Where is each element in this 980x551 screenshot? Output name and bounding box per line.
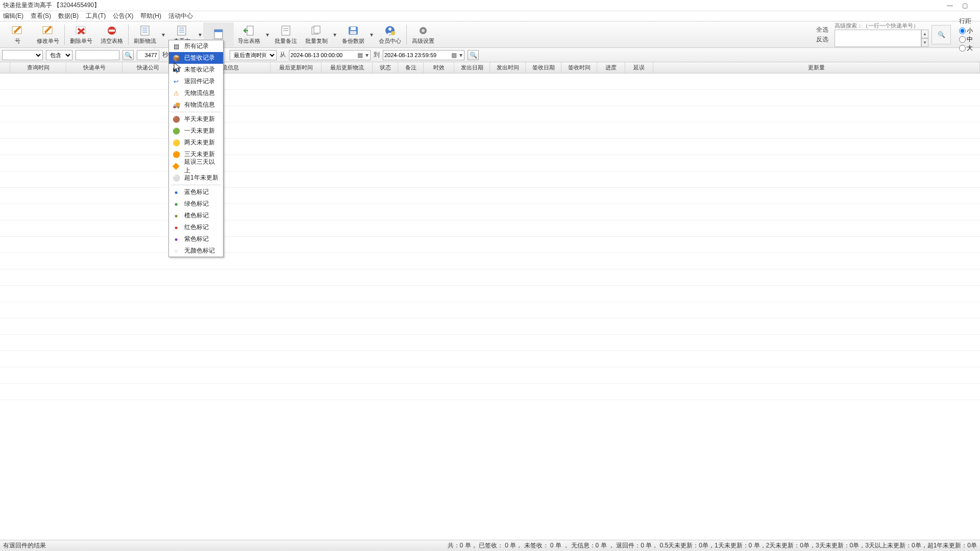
export-dropdown[interactable]: ▾ — [264, 22, 271, 47]
menu-notice[interactable]: 公告(X) — [113, 12, 133, 20]
menu-unsigned-records[interactable]: 📭未签收记录 — [169, 64, 223, 73]
timefield-select[interactable]: 最后查询时间 — [230, 50, 277, 60]
batch-remark-button[interactable]: 批量备注 — [271, 22, 301, 47]
calendar-icon[interactable]: ▦ — [450, 52, 458, 59]
window-controls: — ▢ — [947, 2, 977, 9]
svg-point-26 — [391, 31, 395, 35]
col-senddate[interactable]: 发出日期 — [454, 62, 490, 73]
col-tracking[interactable]: 快递单号 — [66, 62, 122, 73]
batch-copy-button[interactable]: 批量复制 — [301, 22, 332, 47]
filter-text[interactable] — [76, 50, 119, 60]
rowheight-small[interactable]: 小 — [959, 27, 973, 35]
filter-dropdown-menu: ▤所有记录 📦已签收记录 📭未签收记录 ↩退回件记录 ⚠无物流信息 🚚有物流信息… — [168, 40, 224, 73]
to-date-input[interactable] — [383, 51, 450, 60]
document-icon — [138, 24, 152, 37]
member-button[interactable]: 会员中心 — [375, 22, 405, 47]
refresh-button[interactable]: 刷新物流 — [130, 22, 160, 47]
search-icon: 🔍 — [125, 52, 132, 59]
maximize-button[interactable]: ▢ — [962, 2, 968, 9]
col-delay[interactable]: 延误 — [625, 62, 653, 73]
edit-icon — [41, 24, 55, 37]
gear-icon — [416, 24, 430, 37]
col-querytime[interactable]: 查询时间 — [10, 62, 66, 73]
col-company[interactable]: 快递公司 — [122, 62, 174, 73]
adv-search-input[interactable] — [835, 30, 921, 47]
invert-select-link[interactable]: 反选 — [816, 35, 828, 44]
svg-rect-22 — [351, 27, 356, 30]
adv-search-spinner[interactable]: ▲▼ — [921, 30, 928, 47]
menu-signed-records[interactable]: 📦已签收记录 — [169, 52, 223, 64]
copy-dropdown[interactable]: ▾ — [332, 22, 338, 47]
advanced-button[interactable]: 高级设置 — [408, 22, 438, 47]
from-date-input[interactable] — [289, 51, 356, 60]
to-date[interactable]: ▦ ▾ — [383, 50, 464, 60]
modify-button[interactable]: 修改单号 — [33, 22, 63, 47]
adv-search-button[interactable]: 🔍 — [932, 25, 951, 44]
col-updatecount[interactable]: 更新量 — [653, 62, 980, 73]
menu-edit[interactable]: 编辑(E) — [3, 12, 23, 20]
svg-rect-23 — [350, 31, 356, 34]
interval-input[interactable] — [137, 50, 159, 60]
backup-button[interactable]: 备份数据 — [338, 22, 369, 47]
user-icon — [383, 24, 397, 37]
window-title: 快递批量查询高手 【3204455490】 — [3, 1, 947, 10]
refresh-dropdown[interactable]: ▾ — [160, 22, 166, 47]
col-signdate[interactable]: 签收日期 — [526, 62, 561, 73]
backup-dropdown[interactable]: ▾ — [369, 22, 375, 47]
select-all-link[interactable]: 全选 — [816, 26, 828, 34]
delete-icon — [74, 24, 88, 37]
search-icon: 🔍 — [470, 52, 477, 59]
search-icon: 🔍 — [938, 31, 945, 38]
col-check[interactable] — [0, 62, 10, 73]
chevron-down-icon[interactable]: ▾ — [458, 52, 464, 59]
menu-all-records[interactable]: ▤所有记录 — [169, 40, 223, 52]
select-group: 全选 反选 — [816, 26, 828, 44]
col-progress[interactable]: 进度 — [597, 62, 625, 73]
toolbar: 号 修改单号 删除单号 清空表格 刷新物流 ▾ 查看方 ▾ 导出表格 ▾ 批量备… — [0, 21, 980, 48]
svg-rect-5 — [141, 26, 149, 35]
minimize-button[interactable]: — — [947, 2, 953, 9]
svg-rect-9 — [178, 26, 186, 35]
from-date[interactable]: ▦ ▾ — [289, 50, 371, 60]
svg-rect-20 — [314, 26, 320, 33]
advanced-search: 高级搜索：（一行一个快递单号） ▲▼ — [835, 22, 928, 47]
col-remark[interactable]: 备注 — [398, 62, 424, 73]
company-select[interactable] — [2, 50, 43, 60]
grid-header: 查询时间 快递单号 快递公司 发出物流信息 最后更新时间 最后更新物流 状态 备… — [0, 62, 980, 73]
rowheight-medium[interactable]: 中 — [959, 35, 973, 44]
clear-button[interactable]: 清空表格 — [96, 22, 127, 47]
filter-search-button[interactable]: 🔍 — [122, 50, 134, 60]
menu-activity[interactable]: 活动中心 — [168, 12, 193, 20]
col-lastupdate[interactable]: 最后更新时间 — [271, 62, 322, 73]
date-search-button[interactable]: 🔍 — [468, 50, 479, 60]
menu-view[interactable]: 查看(S) — [31, 12, 51, 20]
col-lastlogi[interactable]: 最后更新物流 — [322, 62, 373, 73]
menu-help[interactable]: 帮助(H) — [140, 12, 161, 20]
table-icon — [211, 28, 226, 40]
export-button[interactable]: 导出表格 — [234, 22, 264, 47]
menu-data[interactable]: 数据(B) — [58, 12, 79, 20]
rowheight-group: 行距 小 中 大 — [959, 17, 973, 53]
match-select[interactable]: 包含 — [46, 50, 72, 60]
remark-icon — [279, 24, 293, 37]
calendar-icon[interactable]: ▦ — [356, 52, 364, 59]
menu-tools[interactable]: 工具(T) — [86, 12, 106, 20]
toolbar-right: 全选 反选 高级搜索：（一行一个快递单号） ▲▼ 🔍 行距 小 中 大 — [816, 17, 978, 53]
col-status[interactable]: 状态 — [373, 62, 398, 73]
add-button[interactable]: 号 — [2, 22, 33, 47]
svg-point-25 — [388, 28, 391, 31]
col-signtime[interactable]: 签收时间 — [561, 62, 597, 73]
unsigned-icon: 📭 — [172, 66, 180, 74]
delete-button[interactable]: 删除单号 — [66, 22, 96, 47]
col-sendtime[interactable]: 发出时间 — [490, 62, 526, 73]
titlebar: 快递批量查询高手 【3204455490】 — ▢ — [0, 0, 980, 11]
copy-icon — [309, 24, 324, 37]
signed-icon: 📦 — [172, 54, 180, 62]
chevron-down-icon[interactable]: ▾ — [364, 52, 370, 59]
forbidden-icon — [105, 24, 119, 37]
col-timecost[interactable]: 时效 — [424, 62, 454, 73]
svg-rect-14 — [214, 30, 223, 32]
rowheight-large[interactable]: 大 — [959, 44, 973, 53]
save-icon — [346, 24, 360, 37]
list-icon: ▤ — [172, 42, 180, 51]
